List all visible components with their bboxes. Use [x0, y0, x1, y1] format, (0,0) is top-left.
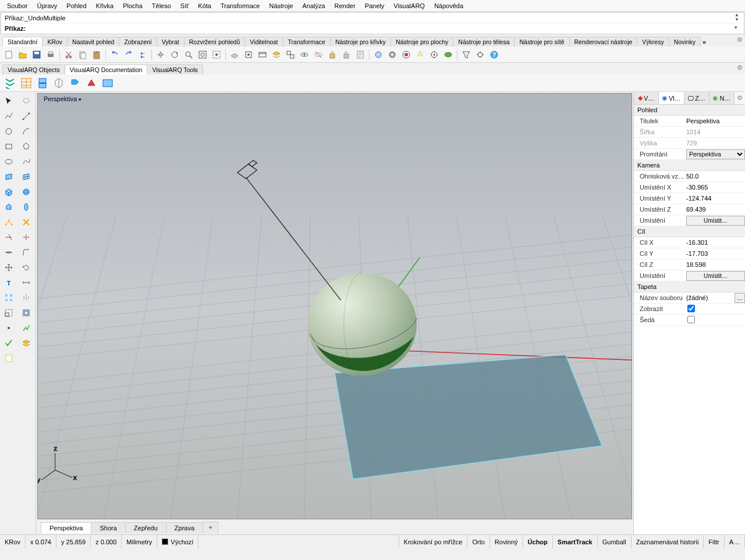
named-view-icon[interactable] — [256, 48, 269, 61]
panel-tab-properties[interactable]: ◉Vl… — [659, 92, 684, 104]
hide-icon[interactable] — [312, 48, 325, 61]
mesh-icon[interactable] — [19, 170, 34, 184]
menu-item[interactable]: Soubor — [2, 1, 32, 10]
panel-gear-icon[interactable]: ⚙ — [735, 92, 745, 104]
place-target-button[interactable]: Umístit… — [686, 271, 745, 281]
rotate-view-icon[interactable] — [168, 48, 181, 61]
group-icon[interactable] — [284, 48, 297, 61]
prop-value[interactable]: 18.598 — [684, 261, 745, 268]
tabs-gear-icon[interactable]: ⚙ — [737, 36, 743, 44]
menu-item[interactable]: Křivka — [91, 1, 119, 10]
prop-value[interactable]: Perspektiva — [684, 117, 745, 124]
menu-item[interactable]: Analýza — [297, 1, 329, 10]
analyze-icon[interactable] — [19, 321, 34, 335]
undo-icon[interactable] — [108, 48, 121, 61]
prop-value[interactable]: -124.744 — [684, 195, 745, 202]
zoom-selected-icon[interactable] — [210, 48, 223, 61]
fillet-icon[interactable] — [19, 245, 34, 259]
prop-value[interactable]: 69.439 — [684, 206, 745, 213]
osnap-icon[interactable] — [474, 48, 487, 61]
lasso-icon[interactable] — [19, 94, 34, 108]
layers-icon[interactable] — [270, 48, 283, 61]
menu-item[interactable]: Pohled — [62, 1, 91, 10]
properties-icon[interactable] — [354, 48, 367, 61]
notes-icon[interactable] — [1, 351, 16, 365]
tab-surface-tools[interactable]: Nástroje pro plochy — [391, 37, 453, 47]
tab-viewport-layout[interactable]: Rozvržení pohledů — [184, 37, 246, 47]
text-icon[interactable]: T — [1, 276, 16, 290]
show-icon[interactable] — [298, 48, 311, 61]
revolve-icon[interactable] — [19, 200, 34, 214]
scale-icon[interactable] — [1, 306, 16, 320]
render-icon[interactable] — [372, 48, 385, 61]
polyline-icon[interactable] — [1, 109, 16, 123]
dimension-icon[interactable] — [19, 276, 34, 290]
grasshopper-icon[interactable] — [442, 48, 455, 61]
cut-icon[interactable] — [62, 48, 75, 61]
status-toggle-osnap[interactable]: Úchop — [523, 535, 553, 548]
point-icon[interactable] — [1, 321, 16, 335]
line-icon[interactable] — [19, 109, 34, 123]
wallpaper-browse-button[interactable]: … — [735, 293, 745, 303]
tab-new[interactable]: Novinky — [669, 37, 701, 47]
join-icon[interactable] — [1, 245, 16, 259]
command-input[interactable] — [26, 25, 740, 32]
wallpaper-gray-checkbox[interactable] — [687, 316, 695, 323]
va-level-icon[interactable] — [2, 76, 17, 90]
set-view-icon[interactable] — [242, 48, 255, 61]
menu-item[interactable]: Nápověda — [430, 1, 468, 10]
offset-icon[interactable] — [19, 306, 34, 320]
lock-icon[interactable] — [326, 48, 339, 61]
menu-item[interactable]: Úpravy — [32, 1, 62, 10]
zoom-extents-icon[interactable] — [196, 48, 209, 61]
split-icon[interactable] — [19, 230, 34, 244]
material-icon[interactable] — [400, 48, 413, 61]
va-section-icon[interactable] — [35, 76, 50, 90]
status-toggle-ortho[interactable]: Orto — [467, 535, 489, 548]
status-layer[interactable]: Výchozí — [157, 535, 198, 548]
explode-icon[interactable] — [19, 215, 34, 229]
menu-item[interactable]: Nástroje — [264, 1, 297, 10]
tab-render-tools[interactable]: Renderovací nástroje — [569, 37, 638, 47]
prop-value[interactable]: -17.703 — [684, 250, 745, 257]
status-toggle-filter[interactable]: Filtr — [704, 535, 724, 548]
extrude-icon[interactable] — [1, 200, 16, 214]
status-units[interactable]: Milimetry — [122, 535, 157, 548]
move-icon[interactable] — [1, 261, 16, 274]
status-toggle-grid-snap[interactable]: Krokování po mřížce — [399, 535, 468, 548]
va-view-icon[interactable] — [100, 76, 115, 90]
va-tabs-gear-icon[interactable]: ⚙ — [737, 64, 743, 72]
spotlight-icon[interactable] — [414, 48, 427, 61]
viewport-tab-top[interactable]: Shora — [91, 522, 125, 533]
curve-icon[interactable] — [19, 155, 34, 169]
undo-multiple-icon[interactable] — [136, 48, 149, 61]
mirror-icon[interactable] — [19, 291, 34, 305]
status-toggle-more[interactable]: A… — [725, 535, 745, 548]
prop-value[interactable]: 50.0 — [684, 173, 745, 180]
tab-standard[interactable]: Standardní — [2, 37, 42, 47]
tabs-overflow-icon[interactable]: » — [700, 37, 708, 47]
shade-icon[interactable] — [386, 48, 399, 61]
pan-icon[interactable] — [154, 48, 167, 61]
unlock-icon[interactable] — [340, 48, 353, 61]
history-scroll-icon[interactable]: ▲▼ — [735, 13, 743, 22]
status-toggle-gumball[interactable]: Gumball — [598, 535, 632, 548]
layer-mgr-icon[interactable] — [19, 336, 34, 350]
status-toggle-record-history[interactable]: Zaznamenávat historii — [632, 535, 704, 548]
pointer-icon[interactable] — [1, 94, 16, 108]
help-icon[interactable]: ? — [488, 48, 501, 61]
command-prompt-line[interactable]: Příkaz: ▾ — [1, 23, 744, 34]
filter-icon[interactable] — [460, 48, 473, 61]
tab-va-tools[interactable]: VisualARQ Tools — [147, 65, 203, 74]
array-icon[interactable] — [1, 291, 16, 305]
arc-icon[interactable] — [19, 124, 34, 138]
tab-va-documentation[interactable]: VisualARQ Documentation — [65, 65, 148, 74]
viewport-tab-perspective[interactable]: Perspektiva — [41, 522, 91, 533]
tab-display[interactable]: Zobrazení — [119, 37, 157, 47]
menu-item[interactable]: Render — [330, 1, 360, 10]
copy-icon[interactable] — [76, 48, 89, 61]
menu-item[interactable]: Kóta — [193, 1, 216, 10]
menu-item[interactable]: Panely — [360, 1, 389, 10]
tab-solid-tools[interactable]: Nástroje pro tělesa — [453, 37, 515, 47]
tab-drafting[interactable]: Výkresy — [637, 37, 669, 47]
